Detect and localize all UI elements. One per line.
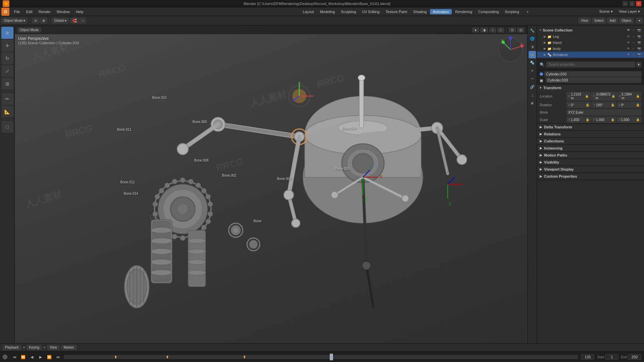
workspace-texture[interactable]: Texture Paint	[383, 9, 410, 14]
rotation-x[interactable]: X 0° 🔒	[567, 102, 591, 108]
viewport-gizmo-btn[interactable]: ⊕	[40, 18, 47, 23]
location-y[interactable]: Y -0.086672 m 🔒	[591, 92, 616, 101]
add-menu-btn[interactable]: Add	[607, 18, 618, 23]
close-button[interactable]: ✕	[636, 1, 641, 6]
vp-overlay-toggle[interactable]: ⊙	[508, 27, 516, 33]
sc-eye-btn[interactable]: 👁	[626, 28, 631, 33]
body-rend-btn[interactable]: 📷	[637, 46, 641, 51]
body-sel-btn[interactable]: ○	[631, 46, 636, 51]
menu-file[interactable]: File	[11, 9, 23, 14]
filter-btn[interactable]: ▾	[636, 62, 641, 67]
hand-eye-btn[interactable]: 👁	[626, 40, 631, 45]
maximize-button[interactable]: □	[629, 1, 635, 6]
hand-sel-btn[interactable]: ○	[631, 40, 636, 45]
collections-header[interactable]: ▶ Collections	[537, 138, 644, 144]
arm-rend-btn[interactable]: 📷	[637, 52, 641, 57]
custom-props-header[interactable]: ▶ Custom Properties	[537, 173, 644, 180]
transform-tool[interactable]: ⊞	[1, 78, 13, 90]
object-name-field[interactable]: Cylinder.033	[544, 71, 641, 77]
frame-current-counter[interactable]: 135	[581, 354, 594, 360]
motion-paths-header[interactable]: ▶ Motion Paths	[537, 152, 644, 159]
ric-object[interactable]: ▣	[529, 51, 536, 58]
tl-reverse-btn[interactable]: ◀	[29, 354, 35, 360]
workspace-add[interactable]: +	[524, 9, 531, 14]
vp-rendered-mode[interactable]: ●	[472, 27, 479, 33]
cursor-tool[interactable]: ⊕	[1, 27, 13, 39]
scale-z[interactable]: Z 1.000 🔒	[617, 117, 641, 123]
ric-modifier[interactable]: 🔩	[529, 59, 536, 66]
leg-sel-btn[interactable]: ○	[631, 34, 636, 39]
rotation-z[interactable]: Z 0° 🔒	[617, 102, 641, 108]
workspace-modeling[interactable]: Modeling	[317, 9, 338, 14]
workspace-rendering[interactable]: Rendering	[452, 9, 475, 14]
tl-play-btn[interactable]: ▶	[38, 354, 44, 360]
ric-object-data[interactable]: △	[529, 91, 536, 99]
body-eye-btn[interactable]: 👁	[626, 46, 631, 51]
menu-render[interactable]: Render	[36, 9, 53, 14]
ric-material[interactable]: ◉	[529, 99, 536, 107]
frame-start-counter[interactable]: 1	[605, 354, 619, 360]
frame-end-counter[interactable]: 250	[628, 354, 641, 360]
ric-world[interactable]: ◑	[529, 43, 536, 50]
object-name-field2[interactable]: Cylinder.033	[546, 77, 641, 83]
timeline-bar[interactable]	[64, 355, 578, 359]
location-x[interactable]: X 1.2103 m 🔒	[567, 92, 590, 101]
tl-jump-start-btn[interactable]: ⏮	[11, 354, 17, 360]
global-btn[interactable]: Global ▾	[52, 18, 69, 23]
minimize-button[interactable]: —	[623, 1, 628, 6]
object-menu-btn[interactable]: Object	[619, 18, 634, 23]
rotate-tool[interactable]: ↻	[1, 52, 13, 64]
rotation-mode-value[interactable]: XYZ Euler	[567, 109, 641, 115]
vp-solid-mode[interactable]: ○	[489, 27, 496, 33]
transform-header[interactable]: ▾ Transform	[537, 84, 644, 91]
view-menu-timeline-btn[interactable]: View	[47, 345, 59, 350]
vp-xray-toggle[interactable]: ⊡	[517, 27, 525, 33]
location-z[interactable]: Z 5.1884 m 🔒	[618, 92, 641, 101]
workspace-layout[interactable]: Layout	[300, 9, 317, 14]
keying-menu-btn[interactable]: Keying	[27, 345, 42, 350]
options-btn[interactable]: ▾	[636, 18, 643, 23]
ric-physics[interactable]: 〜	[529, 75, 536, 82]
snap-btn[interactable]: 🧲	[70, 18, 79, 23]
viewport-mode-btn[interactable]: Object Mode	[17, 27, 41, 33]
properties-search-input[interactable]	[546, 62, 635, 67]
vp-material-mode[interactable]: ◑	[480, 27, 488, 33]
ric-scene[interactable]: 🌐	[529, 35, 536, 42]
proportional-edit-btn[interactable]: ○	[79, 18, 86, 23]
viewport-overlays-btn[interactable]: ⊙	[32, 18, 39, 23]
leg-eye-btn[interactable]: 👁	[626, 34, 631, 39]
sc-render-btn[interactable]: 📷	[637, 28, 641, 33]
playback-menu-btn[interactable]: Playback	[3, 345, 21, 350]
sc-item-body[interactable]: ▶ 📁 body 👁 ○ 📷	[537, 46, 644, 52]
workspace-shading[interactable]: Shading	[411, 9, 429, 14]
viewport-gizmo[interactable]: X Y Z	[497, 36, 524, 63]
arm-sel-btn[interactable]: ○	[631, 52, 636, 57]
ric-constraints[interactable]: 🔗	[529, 83, 536, 90]
menu-help[interactable]: Help	[73, 9, 86, 14]
leg-rend-btn[interactable]: 📷	[637, 34, 641, 39]
object-mode-btn[interactable]: Object Mode ▾	[1, 18, 28, 23]
sc-item-hand[interactable]: ▶ 📁 Hand 👁 ○ 📷	[537, 40, 644, 46]
visibility-header[interactable]: ▶ Visibility	[537, 159, 644, 166]
view-menu-btn[interactable]: View	[579, 18, 591, 23]
scale-y[interactable]: Y 1.000 🔒	[592, 117, 616, 123]
hand-rend-btn[interactable]: 📷	[637, 40, 641, 45]
measure-tool[interactable]: 📐	[1, 106, 13, 118]
workspace-compositing[interactable]: Compositing	[476, 9, 501, 14]
sc-item-armature[interactable]: ▶ 🦴 Armature 👁 ○ 📷	[537, 52, 644, 58]
tl-jump-end-btn[interactable]: ⏭	[55, 354, 61, 360]
workspace-scripting[interactable]: Scripting	[502, 9, 522, 14]
instancing-header[interactable]: ▶ Instancing	[537, 145, 644, 152]
viewlayer-selector[interactable]: View Layer ▾	[616, 9, 643, 14]
menu-edit[interactable]: Edit	[23, 9, 35, 14]
add-cube-tool[interactable]: □	[1, 121, 13, 133]
main-viewport[interactable]: 人人素材 RRCG 人人素材 RRCG RRCG 人人素材 RRCG RRCG	[15, 25, 527, 343]
scale-x[interactable]: X 1.000 🔒	[567, 117, 591, 123]
workspace-animation[interactable]: Animation	[430, 9, 452, 14]
annotate-tool[interactable]: ✏	[1, 93, 13, 105]
workspace-uv[interactable]: UV Editing	[360, 9, 382, 14]
window-controls[interactable]: — □ ✕	[623, 1, 641, 6]
arm-eye-btn[interactable]: 👁	[626, 52, 631, 57]
timeline-record-btn[interactable]	[3, 355, 7, 359]
relations-header[interactable]: ▶ Relations	[537, 131, 644, 137]
